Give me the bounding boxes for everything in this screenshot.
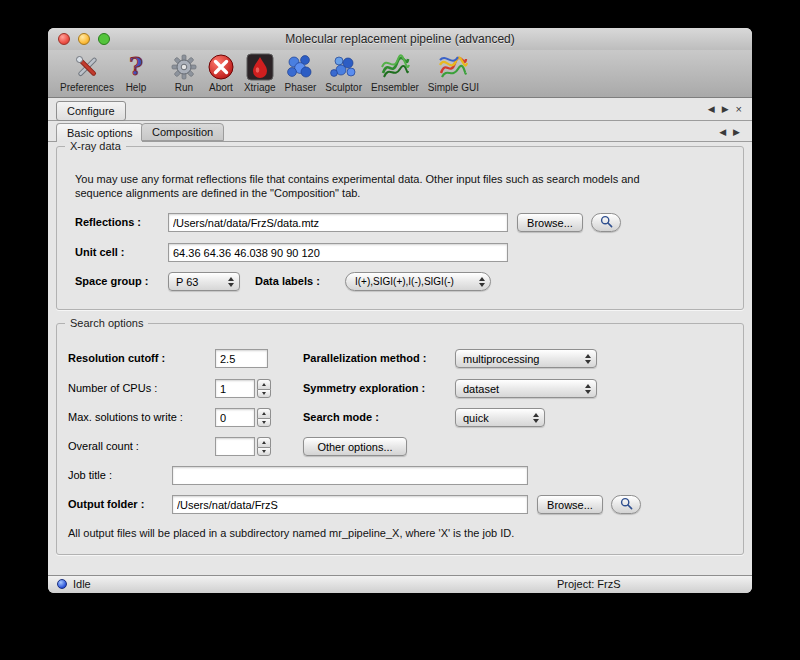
symmetry-value: dataset <box>463 383 499 395</box>
stepper-up-icon[interactable] <box>257 408 271 418</box>
toolbar-label: Abort <box>209 82 233 93</box>
tab-basic-options[interactable]: Basic options <box>56 123 143 142</box>
simple-gui-icon <box>438 52 468 82</box>
search-mode-select[interactable]: quick <box>455 408 545 427</box>
space-group-value: P 63 <box>176 276 198 288</box>
stepper-down-icon[interactable] <box>257 418 271 428</box>
xray-description-line1: You may use any format reflections file … <box>75 172 640 186</box>
titlebar[interactable]: Molecular replacement pipeline (advanced… <box>48 28 752 51</box>
tab-divider <box>48 141 752 142</box>
toolbar-button-abort[interactable]: Abort <box>207 50 235 93</box>
pane-tab-configure[interactable]: Configure <box>56 101 126 121</box>
pane-controls: ◀ ▶ × <box>708 103 742 115</box>
tab-label: Basic options <box>67 127 132 139</box>
output-folder-browse-button[interactable]: Browse... <box>537 495 603 514</box>
symmetry-label: Symmetry exploration : <box>303 379 425 398</box>
toolbar-button-sculptor[interactable]: Sculptor <box>325 50 362 93</box>
reflections-label: Reflections : <box>75 213 141 232</box>
overall-count-input[interactable] <box>215 437 255 456</box>
toolbar-button-ensembler[interactable]: Ensembler <box>371 50 419 93</box>
search-mode-label: Search mode : <box>303 408 379 427</box>
unit-cell-label: Unit cell : <box>75 243 125 262</box>
tab-composition[interactable]: Composition <box>141 123 224 141</box>
tab-label: Composition <box>152 126 213 138</box>
toolbar-label: Ensembler <box>371 82 419 93</box>
search-mode-value: quick <box>463 412 489 424</box>
status-text: Idle <box>73 578 91 590</box>
reflections-browse-button[interactable]: Browse... <box>517 213 583 232</box>
tab-scroll-left-icon[interactable]: ◀ <box>719 127 726 137</box>
data-labels-label: Data labels : <box>255 272 320 291</box>
cpus-stepper[interactable] <box>257 379 271 398</box>
job-title-label: Job title : <box>68 466 112 485</box>
other-options-button[interactable]: Other options... <box>303 437 407 456</box>
parallelization-select[interactable]: multiprocessing <box>455 349 597 368</box>
max-solutions-label: Max. solutions to write : <box>68 408 183 427</box>
run-icon <box>170 52 198 82</box>
status-project: Project: FrzS <box>557 578 621 590</box>
phaser-icon <box>285 52 315 82</box>
popup-arrows-icon <box>479 273 485 290</box>
output-note: All output files will be placed in a sub… <box>68 526 514 540</box>
toolbar-button-run[interactable]: Run <box>170 50 198 93</box>
status-indicator-icon <box>57 579 67 589</box>
resolution-cutoff-label: Resolution cutoff : <box>68 349 165 368</box>
reflections-input[interactable] <box>168 213 508 232</box>
parallelization-label: Parallelization method : <box>303 349 426 368</box>
abort-icon <box>207 52 235 82</box>
pane-scroll-left-icon[interactable]: ◀ <box>708 103 715 115</box>
toolbar-label: Help <box>126 82 147 93</box>
preferences-icon <box>73 52 101 82</box>
toolbar-label: Sculptor <box>325 82 362 93</box>
browse-button-label: Browse... <box>547 499 593 511</box>
toolbar-button-phaser[interactable]: Phaser <box>285 50 317 93</box>
unit-cell-input[interactable] <box>168 243 508 262</box>
toolbar-label: Phaser <box>285 82 317 93</box>
symmetry-select[interactable]: dataset <box>455 379 597 398</box>
window-title: Molecular replacement pipeline (advanced… <box>48 32 752 46</box>
sculptor-icon <box>329 52 359 82</box>
max-solutions-input[interactable] <box>215 408 255 427</box>
toolbar-button-simple-gui[interactable]: Simple GUI <box>428 50 479 93</box>
resolution-cutoff-input[interactable] <box>215 349 268 368</box>
svg-text:?: ? <box>129 53 143 81</box>
toolbar-button-help[interactable]: ? Help <box>123 50 149 93</box>
output-folder-view-button[interactable] <box>611 495 641 514</box>
magnifier-icon <box>600 215 613 230</box>
overall-count-stepper[interactable] <box>257 437 271 456</box>
reflections-view-button[interactable] <box>591 213 621 232</box>
popup-arrows-icon <box>228 273 234 290</box>
tab-scroll-right-icon[interactable]: ▶ <box>733 127 740 137</box>
main-content: Configure ◀ ▶ × Basic options Compositio… <box>48 98 752 576</box>
max-solutions-stepper[interactable] <box>257 408 271 427</box>
pane-tab-label: Configure <box>67 105 115 117</box>
popup-arrows-icon <box>533 409 539 426</box>
cpus-input[interactable] <box>215 379 255 398</box>
toolbar-button-xtriage[interactable]: Xtriage <box>244 50 276 93</box>
stepper-up-icon[interactable] <box>257 437 271 447</box>
toolbar-label: Xtriage <box>244 82 276 93</box>
toolbar-button-preferences[interactable]: Preferences <box>60 50 114 93</box>
job-title-input[interactable] <box>172 466 528 485</box>
stepper-down-icon[interactable] <box>257 389 271 399</box>
status-bar: Idle Project: FrzS <box>48 575 752 593</box>
help-icon: ? <box>123 52 149 82</box>
search-group-title: Search options <box>65 316 148 331</box>
pane-tab-divider <box>48 120 752 121</box>
output-folder-input[interactable] <box>172 495 528 514</box>
popup-arrows-icon <box>585 380 591 397</box>
popup-arrows-icon <box>585 350 591 367</box>
space-group-select[interactable]: P 63 <box>168 272 240 291</box>
pane-close-icon[interactable]: × <box>736 103 742 115</box>
data-labels-select[interactable]: I(+),SIGI(+),I(-),SIGI(-) <box>345 272 491 291</box>
stepper-up-icon[interactable] <box>257 379 271 389</box>
app-window: Molecular replacement pipeline (advanced… <box>48 28 752 593</box>
pane-scroll-right-icon[interactable]: ▶ <box>722 103 729 115</box>
data-labels-value: I(+),SIGI(+),I(-),SIGI(-) <box>355 276 454 287</box>
ensembler-icon <box>380 52 410 82</box>
parallelization-value: multiprocessing <box>463 353 539 365</box>
stepper-down-icon[interactable] <box>257 447 271 457</box>
output-folder-label: Output folder : <box>68 495 144 514</box>
toolbar-label: Run <box>175 82 193 93</box>
browse-button-label: Browse... <box>527 217 573 229</box>
